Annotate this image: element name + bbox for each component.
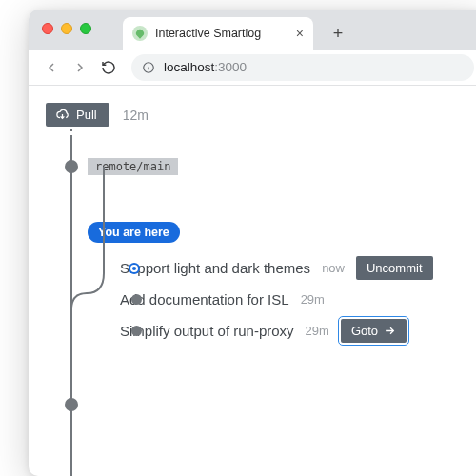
cloud-download-icon <box>55 108 69 122</box>
action-label: Goto <box>351 324 378 338</box>
arrow-right-icon <box>384 325 396 337</box>
commit-title: Simplify output of run-proxy <box>120 323 294 339</box>
tab-strip: Interactive Smartlog × + <box>123 10 351 50</box>
address-host: localhost <box>164 60 214 74</box>
nav-back-button[interactable] <box>40 56 63 79</box>
address-text: localhost:3000 <box>164 60 247 74</box>
commit-title: Add documentation for ISL <box>120 291 289 307</box>
window-maximize-button[interactable] <box>80 23 91 34</box>
address-bar[interactable]: localhost:3000 <box>131 54 474 81</box>
commit-title: Support light and dark themes <box>120 260 310 276</box>
uncommit-button[interactable]: Uncommit <box>356 256 433 280</box>
older-commit-node <box>70 387 476 423</box>
commit-dot <box>65 398 78 411</box>
browser-tab[interactable]: Interactive Smartlog × <box>123 17 313 50</box>
actions-row: Pull 12m <box>46 103 476 127</box>
app-content: Pull 12m remote/main You are here <box>29 86 476 423</box>
you-are-here-marker: You are here <box>70 214 476 250</box>
commit-graph: remote/main You are here Support light a… <box>46 146 476 423</box>
commit-row[interactable]: Support light and dark themes now Uncomm… <box>103 250 476 286</box>
commit-dot <box>131 294 142 305</box>
browser-toolbar: localhost:3000 <box>29 50 476 86</box>
window-titlebar: Interactive Smartlog × + <box>29 10 476 50</box>
commit-row[interactable]: Simplify output of run-proxy 29m Goto <box>103 313 476 348</box>
pull-label: Pull <box>76 108 97 122</box>
goto-button[interactable]: Goto <box>341 319 407 343</box>
commit-dot <box>65 160 78 173</box>
site-info-icon[interactable] <box>141 60 156 75</box>
pull-button[interactable]: Pull <box>46 103 109 127</box>
tab-close-button[interactable]: × <box>296 26 304 41</box>
commit-dot <box>131 326 142 336</box>
traffic-lights <box>42 23 91 34</box>
browser-window: Interactive Smartlog × + localhost:3000 <box>29 10 476 476</box>
window-minimize-button[interactable] <box>61 23 72 34</box>
remote-branch-node: remote/main <box>70 146 476 188</box>
pull-age: 12m <box>123 108 149 123</box>
commit-time: 29m <box>306 324 329 338</box>
commit-time: now <box>322 261 345 275</box>
tab-title: Interactive Smartlog <box>155 27 261 40</box>
nav-reload-button[interactable] <box>97 56 120 79</box>
new-tab-button[interactable]: + <box>325 20 351 47</box>
branch-connector <box>71 167 106 313</box>
action-label: Uncommit <box>367 261 423 275</box>
commit-row[interactable]: Add documentation for ISL 29m <box>103 286 476 313</box>
commit-time: 29m <box>301 292 325 307</box>
window-close-button[interactable] <box>42 23 53 34</box>
current-commit-dot <box>130 265 138 272</box>
tab-favicon-icon <box>132 26 148 41</box>
address-port: :3000 <box>214 60 247 74</box>
nav-forward-button[interactable] <box>69 56 91 79</box>
